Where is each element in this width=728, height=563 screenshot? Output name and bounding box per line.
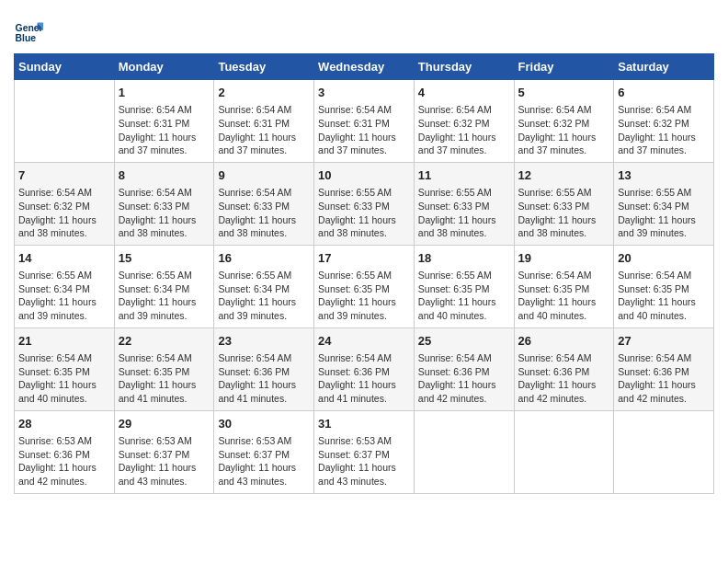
- day-number: 26: [518, 333, 610, 350]
- calendar-cell: 14Sunrise: 6:55 AM Sunset: 6:34 PM Dayli…: [15, 245, 115, 327]
- col-header-sunday: Sunday: [15, 54, 115, 80]
- calendar-cell: 4Sunrise: 6:54 AM Sunset: 6:32 PM Daylig…: [414, 80, 514, 163]
- day-info: Sunrise: 6:55 AM Sunset: 6:33 PM Dayligh…: [318, 186, 410, 240]
- day-info: Sunrise: 6:53 AM Sunset: 6:37 PM Dayligh…: [119, 434, 210, 488]
- day-number: 11: [418, 167, 510, 184]
- calendar-cell: [514, 410, 614, 493]
- day-info: Sunrise: 6:55 AM Sunset: 6:35 PM Dayligh…: [318, 269, 410, 323]
- calendar-week-row: 7Sunrise: 6:54 AM Sunset: 6:32 PM Daylig…: [15, 162, 714, 245]
- day-info: Sunrise: 6:55 AM Sunset: 6:33 PM Dayligh…: [418, 186, 510, 240]
- day-number: 15: [119, 250, 210, 267]
- calendar-cell: 10Sunrise: 6:55 AM Sunset: 6:33 PM Dayli…: [314, 162, 415, 245]
- col-header-friday: Friday: [514, 54, 614, 80]
- day-number: 14: [18, 250, 110, 267]
- calendar-cell: 22Sunrise: 6:54 AM Sunset: 6:35 PM Dayli…: [114, 327, 214, 410]
- calendar-cell: 19Sunrise: 6:54 AM Sunset: 6:35 PM Dayli…: [514, 245, 614, 327]
- day-number: 12: [518, 167, 610, 184]
- calendar-cell: 9Sunrise: 6:54 AM Sunset: 6:33 PM Daylig…: [214, 162, 314, 245]
- calendar-cell: 16Sunrise: 6:55 AM Sunset: 6:34 PM Dayli…: [214, 245, 314, 327]
- calendar-cell: 25Sunrise: 6:54 AM Sunset: 6:36 PM Dayli…: [414, 327, 514, 410]
- day-info: Sunrise: 6:54 AM Sunset: 6:32 PM Dayligh…: [518, 103, 610, 157]
- day-number: 30: [218, 416, 310, 432]
- calendar-cell: 6Sunrise: 6:54 AM Sunset: 6:32 PM Daylig…: [614, 80, 714, 163]
- day-number: 16: [218, 250, 310, 267]
- day-number: 23: [218, 333, 310, 350]
- calendar-cell: 17Sunrise: 6:55 AM Sunset: 6:35 PM Dayli…: [314, 245, 415, 327]
- day-number: 3: [318, 85, 410, 101]
- calendar-cell: 1Sunrise: 6:54 AM Sunset: 6:31 PM Daylig…: [114, 80, 214, 163]
- day-number: 18: [418, 250, 510, 267]
- calendar-cell: 12Sunrise: 6:55 AM Sunset: 6:33 PM Dayli…: [514, 162, 614, 245]
- calendar-cell: 26Sunrise: 6:54 AM Sunset: 6:36 PM Dayli…: [514, 327, 614, 410]
- day-number: 24: [318, 333, 410, 350]
- calendar-cell: 31Sunrise: 6:53 AM Sunset: 6:37 PM Dayli…: [314, 410, 415, 493]
- day-number: 5: [518, 85, 610, 101]
- day-info: Sunrise: 6:55 AM Sunset: 6:33 PM Dayligh…: [518, 186, 610, 240]
- calendar-cell: 5Sunrise: 6:54 AM Sunset: 6:32 PM Daylig…: [514, 80, 614, 163]
- day-info: Sunrise: 6:54 AM Sunset: 6:36 PM Dayligh…: [518, 351, 610, 406]
- day-info: Sunrise: 6:54 AM Sunset: 6:33 PM Dayligh…: [119, 186, 210, 240]
- day-number: 13: [618, 167, 710, 184]
- calendar-cell: [15, 80, 115, 163]
- day-number: 25: [418, 333, 510, 350]
- calendar-cell: [414, 410, 514, 493]
- day-info: Sunrise: 6:53 AM Sunset: 6:37 PM Dayligh…: [318, 434, 410, 488]
- calendar-body: 1Sunrise: 6:54 AM Sunset: 6:31 PM Daylig…: [15, 80, 714, 494]
- day-number: 9: [218, 167, 310, 184]
- day-info: Sunrise: 6:53 AM Sunset: 6:37 PM Dayligh…: [218, 434, 310, 488]
- day-number: 19: [518, 250, 610, 267]
- calendar-week-row: 1Sunrise: 6:54 AM Sunset: 6:31 PM Daylig…: [15, 80, 714, 163]
- day-info: Sunrise: 6:54 AM Sunset: 6:35 PM Dayligh…: [618, 269, 710, 323]
- day-number: 2: [218, 85, 310, 101]
- day-info: Sunrise: 6:54 AM Sunset: 6:33 PM Dayligh…: [218, 186, 310, 240]
- calendar-cell: 3Sunrise: 6:54 AM Sunset: 6:31 PM Daylig…: [314, 80, 415, 163]
- day-info: Sunrise: 6:54 AM Sunset: 6:31 PM Dayligh…: [318, 103, 410, 157]
- calendar-cell: 13Sunrise: 6:55 AM Sunset: 6:34 PM Dayli…: [614, 162, 714, 245]
- day-info: Sunrise: 6:55 AM Sunset: 6:35 PM Dayligh…: [418, 269, 510, 323]
- col-header-monday: Monday: [114, 54, 214, 80]
- day-number: 4: [418, 85, 510, 101]
- calendar-week-row: 21Sunrise: 6:54 AM Sunset: 6:35 PM Dayli…: [15, 327, 714, 410]
- col-header-thursday: Thursday: [414, 54, 514, 80]
- calendar-cell: 8Sunrise: 6:54 AM Sunset: 6:33 PM Daylig…: [114, 162, 214, 245]
- day-number: 29: [119, 416, 210, 432]
- day-info: Sunrise: 6:55 AM Sunset: 6:34 PM Dayligh…: [218, 269, 310, 323]
- day-info: Sunrise: 6:53 AM Sunset: 6:36 PM Dayligh…: [18, 434, 110, 488]
- day-info: Sunrise: 6:54 AM Sunset: 6:31 PM Dayligh…: [218, 103, 310, 157]
- calendar-cell: 2Sunrise: 6:54 AM Sunset: 6:31 PM Daylig…: [214, 80, 314, 163]
- day-info: Sunrise: 6:54 AM Sunset: 6:35 PM Dayligh…: [18, 351, 110, 406]
- calendar-cell: 23Sunrise: 6:54 AM Sunset: 6:36 PM Dayli…: [214, 327, 314, 410]
- calendar-cell: 27Sunrise: 6:54 AM Sunset: 6:36 PM Dayli…: [614, 327, 714, 410]
- day-info: Sunrise: 6:54 AM Sunset: 6:32 PM Dayligh…: [418, 103, 510, 157]
- day-info: Sunrise: 6:55 AM Sunset: 6:34 PM Dayligh…: [618, 186, 710, 240]
- page-header: General Blue: [14, 9, 714, 46]
- calendar-cell: 20Sunrise: 6:54 AM Sunset: 6:35 PM Dayli…: [614, 245, 714, 327]
- day-info: Sunrise: 6:54 AM Sunset: 6:36 PM Dayligh…: [618, 351, 710, 406]
- day-number: 20: [618, 250, 710, 267]
- calendar-cell: 7Sunrise: 6:54 AM Sunset: 6:32 PM Daylig…: [15, 162, 115, 245]
- day-number: 8: [119, 167, 210, 184]
- day-number: 31: [318, 416, 410, 432]
- logo-icon: General Blue: [14, 17, 43, 46]
- day-number: 6: [618, 85, 710, 101]
- day-number: 28: [18, 416, 110, 432]
- day-info: Sunrise: 6:54 AM Sunset: 6:36 PM Dayligh…: [218, 351, 310, 406]
- day-number: 27: [618, 333, 710, 350]
- calendar-table: SundayMondayTuesdayWednesdayThursdayFrid…: [14, 53, 714, 494]
- day-number: 22: [119, 333, 210, 350]
- col-header-wednesday: Wednesday: [314, 54, 415, 80]
- day-info: Sunrise: 6:54 AM Sunset: 6:35 PM Dayligh…: [119, 351, 210, 406]
- calendar-cell: [614, 410, 714, 493]
- calendar-cell: 28Sunrise: 6:53 AM Sunset: 6:36 PM Dayli…: [15, 410, 115, 493]
- day-number: 10: [318, 167, 410, 184]
- calendar-cell: 18Sunrise: 6:55 AM Sunset: 6:35 PM Dayli…: [414, 245, 514, 327]
- logo: General Blue: [14, 17, 47, 46]
- calendar-cell: 29Sunrise: 6:53 AM Sunset: 6:37 PM Dayli…: [114, 410, 214, 493]
- calendar-week-row: 14Sunrise: 6:55 AM Sunset: 6:34 PM Dayli…: [15, 245, 714, 327]
- col-header-tuesday: Tuesday: [214, 54, 314, 80]
- col-header-saturday: Saturday: [614, 54, 714, 80]
- day-info: Sunrise: 6:54 AM Sunset: 6:36 PM Dayligh…: [418, 351, 510, 406]
- day-info: Sunrise: 6:54 AM Sunset: 6:32 PM Dayligh…: [18, 186, 110, 240]
- calendar-cell: 21Sunrise: 6:54 AM Sunset: 6:35 PM Dayli…: [15, 327, 115, 410]
- day-info: Sunrise: 6:54 AM Sunset: 6:35 PM Dayligh…: [518, 269, 610, 323]
